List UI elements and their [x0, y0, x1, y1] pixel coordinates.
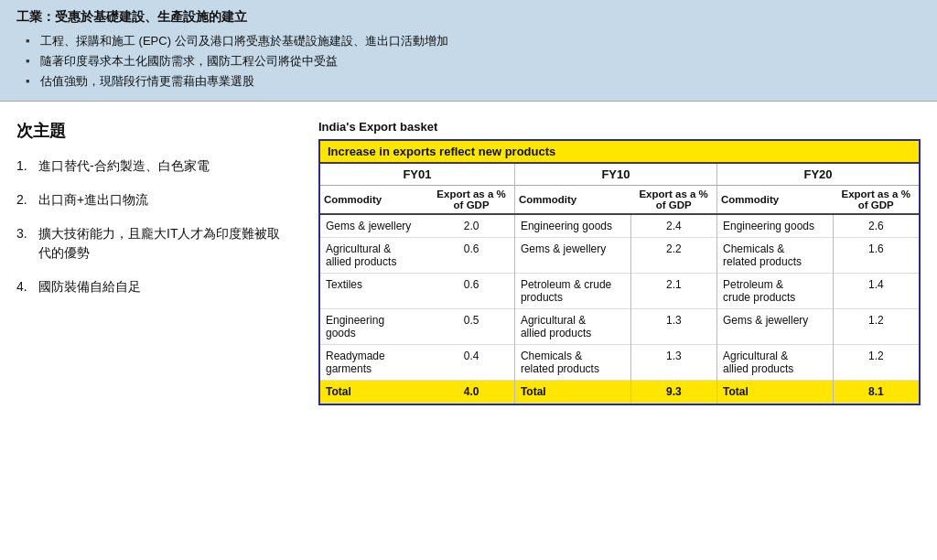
export-table: FY01 FY10 FY20 Commodity Export as a %of…	[320, 164, 919, 404]
year-fy20: FY20	[716, 164, 919, 186]
banner-bullets: 工程、採購和施工 (EPC) 公司及港口將受惠於基礎設施建設、進出口活動增加 隨…	[16, 31, 921, 92]
item-num-2: 2.	[16, 190, 38, 210]
table-cell: Petroleum &crude products	[716, 274, 833, 309]
sub-theme-list: 1. 進口替代-合約製造、白色家電 2. 出口商+進出口物流 3. 擴大技術能力…	[16, 156, 291, 296]
table-cell: 2.1	[630, 274, 716, 309]
table-row: Total4.0Total9.3Total8.1	[320, 381, 919, 404]
sub-theme-item-1: 1. 進口替代-合約製造、白色家電	[16, 156, 291, 176]
item-text-1: 進口替代-合約製造、白色家電	[38, 156, 291, 176]
export-table-wrapper: Increase in exports reflect new products…	[318, 139, 921, 405]
banner-bullet-2: 隨著印度尋求本土化國防需求，國防工程公司將從中受益	[26, 51, 921, 71]
table-cell: Chemicals &related products	[716, 238, 833, 274]
table-row: Engineeringgoods0.5Agricultural &allied …	[320, 309, 919, 345]
col-header-row: Commodity Export as a %of GDP Commodity …	[320, 186, 919, 215]
table-cell: 8.1	[833, 381, 919, 404]
table-row: Gems & jewellery2.0Engineering goods2.4E…	[320, 214, 919, 238]
table-cell: 9.3	[630, 381, 716, 404]
banner-title: 工業：受惠於基礎建設、生產設施的建立	[16, 9, 921, 26]
col-fy20-commodity: Commodity	[716, 186, 833, 215]
table-cell: 2.4	[630, 214, 716, 238]
right-panel: India's Export basket Increase in export…	[318, 120, 921, 405]
table-cell: 0.4	[428, 345, 514, 381]
table-highlight: Increase in exports reflect new products	[320, 141, 919, 164]
sub-theme-item-4: 4. 國防裝備自給自足	[16, 277, 291, 296]
table-cell: 2.0	[428, 214, 514, 238]
year-fy10: FY10	[514, 164, 716, 186]
left-panel: 次主題 1. 進口替代-合約製造、白色家電 2. 出口商+進出口物流 3. 擴大…	[16, 120, 291, 405]
top-banner: 工業：受惠於基礎建設、生產設施的建立 工程、採購和施工 (EPC) 公司及港口將…	[0, 0, 937, 102]
table-cell: Gems & jewellery	[716, 309, 833, 345]
section-title: 次主題	[16, 120, 291, 142]
table-cell: Textiles	[320, 274, 428, 309]
item-num-4: 4.	[16, 277, 38, 296]
table-cell: Engineering goods	[514, 214, 630, 238]
table-cell: 1.3	[630, 309, 716, 345]
year-fy01: FY01	[320, 164, 514, 186]
table-row: Readymadegarments0.4Chemicals &related p…	[320, 345, 919, 381]
table-title: India's Export basket	[318, 120, 921, 134]
item-text-3: 擴大技術能力，且龐大IT人才為印度難被取代的優勢	[38, 224, 291, 263]
item-num-1: 1.	[16, 156, 38, 176]
table-cell: Total	[320, 381, 428, 404]
main-content: 次主題 1. 進口替代-合約製造、白色家電 2. 出口商+進出口物流 3. 擴大…	[0, 102, 937, 415]
table-cell: 4.0	[428, 381, 514, 404]
table-cell: 2.6	[833, 214, 919, 238]
table-cell: Agricultural &allied products	[514, 309, 630, 345]
table-body: Gems & jewellery2.0Engineering goods2.4E…	[320, 214, 919, 404]
banner-bullet-1: 工程、採購和施工 (EPC) 公司及港口將受惠於基礎設施建設、進出口活動增加	[26, 31, 921, 51]
table-cell: 1.6	[833, 238, 919, 274]
table-row: Textiles0.6Petroleum & crudeproducts2.1P…	[320, 274, 919, 309]
table-cell: Chemicals &related products	[514, 345, 630, 381]
table-row: Agricultural &allied products0.6Gems & j…	[320, 238, 919, 274]
item-text-4: 國防裝備自給自足	[38, 277, 291, 296]
table-cell: Gems & jewellery	[514, 238, 630, 274]
table-cell: Engineeringgoods	[320, 309, 428, 345]
item-text-2: 出口商+進出口物流	[38, 190, 291, 210]
table-cell: 0.6	[428, 238, 514, 274]
table-cell: 0.5	[428, 309, 514, 345]
table-cell: Total	[514, 381, 630, 404]
table-cell: 1.2	[833, 345, 919, 381]
col-fy10-export: Export as a %of GDP	[630, 186, 716, 215]
col-fy20-export: Export as a %of GDP	[833, 186, 919, 215]
table-cell: Agricultural &allied products	[716, 345, 833, 381]
item-num-3: 3.	[16, 224, 38, 243]
sub-theme-item-2: 2. 出口商+進出口物流	[16, 190, 291, 210]
table-cell: 1.2	[833, 309, 919, 345]
table-cell: Petroleum & crudeproducts	[514, 274, 630, 309]
table-cell: Readymadegarments	[320, 345, 428, 381]
table-cell: 2.2	[630, 238, 716, 274]
banner-bullet-3: 估值強勁，現階段行情更需藉由專業選股	[26, 71, 921, 92]
col-fy01-export: Export as a %of GDP	[428, 186, 514, 215]
sub-theme-item-3: 3. 擴大技術能力，且龐大IT人才為印度難被取代的優勢	[16, 224, 291, 263]
table-cell: 1.3	[630, 345, 716, 381]
table-cell: Engineering goods	[716, 214, 833, 238]
table-cell: Gems & jewellery	[320, 214, 428, 238]
table-cell: Agricultural &allied products	[320, 238, 428, 274]
table-cell: 1.4	[833, 274, 919, 309]
col-fy10-commodity: Commodity	[514, 186, 630, 215]
table-cell: Total	[716, 381, 833, 404]
year-header-row: FY01 FY10 FY20	[320, 164, 919, 186]
table-cell: 0.6	[428, 274, 514, 309]
col-fy01-commodity: Commodity	[320, 186, 428, 215]
